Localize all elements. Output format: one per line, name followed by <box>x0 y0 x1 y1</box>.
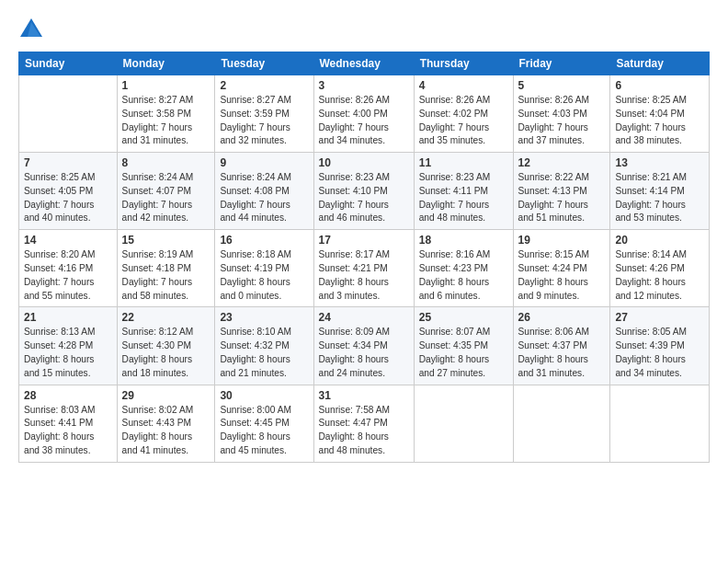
calendar-cell: 24Sunrise: 8:09 AMSunset: 4:34 PMDayligh… <box>313 307 414 385</box>
day-info: Sunrise: 8:20 AMSunset: 4:16 PMDaylight:… <box>24 248 112 303</box>
day-info: Sunrise: 8:06 AMSunset: 4:37 PMDaylight:… <box>518 326 606 380</box>
calendar-cell: 16Sunrise: 8:18 AMSunset: 4:19 PMDayligh… <box>215 230 313 307</box>
day-info: Sunrise: 8:16 AMSunset: 4:23 PMDaylight:… <box>419 248 508 303</box>
calendar-cell <box>19 75 118 153</box>
calendar-header: SundayMondayTuesdayWednesdayThursdayFrid… <box>19 52 710 75</box>
calendar-body: 1Sunrise: 8:27 AMSunset: 3:58 PMDaylight… <box>19 75 710 463</box>
day-number: 6 <box>615 79 704 92</box>
weekday-saturday: Saturday <box>610 52 710 75</box>
day-number: 21 <box>24 311 112 324</box>
calendar-cell: 25Sunrise: 8:07 AMSunset: 4:35 PMDayligh… <box>414 307 513 385</box>
day-info: Sunrise: 8:25 AMSunset: 4:04 PMDaylight:… <box>615 94 704 148</box>
week-row-4: 21Sunrise: 8:13 AMSunset: 4:28 PMDayligh… <box>19 307 710 385</box>
week-row-1: 1Sunrise: 8:27 AMSunset: 3:58 PMDaylight… <box>19 75 710 153</box>
day-number: 30 <box>220 389 308 402</box>
day-number: 7 <box>24 156 112 169</box>
weekday-friday: Friday <box>513 52 610 75</box>
calendar-cell: 6Sunrise: 8:25 AMSunset: 4:04 PMDaylight… <box>610 75 710 153</box>
calendar-cell: 3Sunrise: 8:26 AMSunset: 4:00 PMDaylight… <box>313 75 414 153</box>
weekday-thursday: Thursday <box>414 52 513 75</box>
day-info: Sunrise: 8:23 AMSunset: 4:10 PMDaylight:… <box>319 171 409 225</box>
day-info: Sunrise: 8:26 AMSunset: 4:03 PMDaylight:… <box>518 94 606 148</box>
calendar-cell: 30Sunrise: 8:00 AMSunset: 4:45 PMDayligh… <box>215 385 313 462</box>
day-number: 2 <box>220 79 308 92</box>
day-info: Sunrise: 8:21 AMSunset: 4:14 PMDaylight:… <box>615 171 704 225</box>
day-number: 14 <box>24 234 112 247</box>
day-number: 3 <box>319 79 409 92</box>
calendar-cell: 29Sunrise: 8:02 AMSunset: 4:43 PMDayligh… <box>117 385 215 462</box>
calendar-cell: 14Sunrise: 8:20 AMSunset: 4:16 PMDayligh… <box>19 230 118 307</box>
calendar-cell: 27Sunrise: 8:05 AMSunset: 4:39 PMDayligh… <box>610 307 710 385</box>
day-number: 10 <box>319 156 409 169</box>
day-number: 29 <box>122 389 210 402</box>
day-info: Sunrise: 8:14 AMSunset: 4:26 PMDaylight:… <box>615 248 704 303</box>
day-info: Sunrise: 8:02 AMSunset: 4:43 PMDaylight:… <box>122 404 210 458</box>
day-number: 22 <box>122 311 210 324</box>
day-info: Sunrise: 8:10 AMSunset: 4:32 PMDaylight:… <box>220 326 308 380</box>
day-number: 13 <box>615 156 704 169</box>
day-number: 26 <box>518 311 606 324</box>
day-info: Sunrise: 8:19 AMSunset: 4:18 PMDaylight:… <box>122 248 210 303</box>
day-info: Sunrise: 8:12 AMSunset: 4:30 PMDaylight:… <box>122 326 210 380</box>
day-number: 23 <box>220 311 308 324</box>
day-number: 9 <box>220 156 308 169</box>
day-info: Sunrise: 8:26 AMSunset: 4:02 PMDaylight:… <box>419 94 508 148</box>
day-number: 18 <box>419 234 508 247</box>
day-info: Sunrise: 8:03 AMSunset: 4:41 PMDaylight:… <box>24 404 112 458</box>
day-number: 12 <box>518 156 606 169</box>
day-info: Sunrise: 8:18 AMSunset: 4:19 PMDaylight:… <box>220 248 308 303</box>
day-info: Sunrise: 8:27 AMSunset: 3:59 PMDaylight:… <box>220 94 308 148</box>
day-info: Sunrise: 8:22 AMSunset: 4:13 PMDaylight:… <box>518 171 606 225</box>
calendar-cell: 4Sunrise: 8:26 AMSunset: 4:02 PMDaylight… <box>414 75 513 153</box>
day-number: 8 <box>122 156 210 169</box>
calendar-cell: 26Sunrise: 8:06 AMSunset: 4:37 PMDayligh… <box>513 307 610 385</box>
calendar-cell: 28Sunrise: 8:03 AMSunset: 4:41 PMDayligh… <box>19 385 118 462</box>
day-number: 20 <box>615 234 704 247</box>
day-info: Sunrise: 8:17 AMSunset: 4:21 PMDaylight:… <box>319 248 409 303</box>
calendar-cell: 1Sunrise: 8:27 AMSunset: 3:58 PMDaylight… <box>117 75 215 153</box>
day-info: Sunrise: 8:05 AMSunset: 4:39 PMDaylight:… <box>615 326 704 380</box>
day-info: Sunrise: 8:00 AMSunset: 4:45 PMDaylight:… <box>220 404 308 458</box>
day-number: 11 <box>419 156 508 169</box>
day-info: Sunrise: 8:25 AMSunset: 4:05 PMDaylight:… <box>24 171 112 225</box>
day-number: 15 <box>122 234 210 247</box>
calendar-cell: 5Sunrise: 8:26 AMSunset: 4:03 PMDaylight… <box>513 75 610 153</box>
logo-icon <box>18 17 44 42</box>
calendar-cell: 7Sunrise: 8:25 AMSunset: 4:05 PMDaylight… <box>19 153 118 230</box>
day-info: Sunrise: 8:23 AMSunset: 4:11 PMDaylight:… <box>419 171 508 225</box>
day-info: Sunrise: 8:13 AMSunset: 4:28 PMDaylight:… <box>24 326 112 380</box>
day-number: 27 <box>615 311 704 324</box>
day-info: Sunrise: 8:24 AMSunset: 4:08 PMDaylight:… <box>220 171 308 225</box>
page: SundayMondayTuesdayWednesdayThursdayFrid… <box>0 0 728 563</box>
weekday-wednesday: Wednesday <box>313 52 414 75</box>
day-number: 1 <box>122 79 210 92</box>
day-number: 4 <box>419 79 508 92</box>
day-info: Sunrise: 8:07 AMSunset: 4:35 PMDaylight:… <box>419 326 508 380</box>
calendar-cell: 9Sunrise: 8:24 AMSunset: 4:08 PMDaylight… <box>215 153 313 230</box>
day-info: Sunrise: 8:24 AMSunset: 4:07 PMDaylight:… <box>122 171 210 225</box>
calendar-cell: 19Sunrise: 8:15 AMSunset: 4:24 PMDayligh… <box>513 230 610 307</box>
calendar-cell <box>610 385 710 462</box>
day-info: Sunrise: 8:09 AMSunset: 4:34 PMDaylight:… <box>319 326 409 380</box>
calendar-cell: 2Sunrise: 8:27 AMSunset: 3:59 PMDaylight… <box>215 75 313 153</box>
weekday-row: SundayMondayTuesdayWednesdayThursdayFrid… <box>19 52 710 75</box>
day-number: 16 <box>220 234 308 247</box>
calendar-cell: 17Sunrise: 8:17 AMSunset: 4:21 PMDayligh… <box>313 230 414 307</box>
day-number: 24 <box>319 311 409 324</box>
weekday-tuesday: Tuesday <box>215 52 313 75</box>
day-number: 25 <box>419 311 508 324</box>
day-number: 5 <box>518 79 606 92</box>
calendar-cell: 8Sunrise: 8:24 AMSunset: 4:07 PMDaylight… <box>117 153 215 230</box>
calendar-cell: 18Sunrise: 8:16 AMSunset: 4:23 PMDayligh… <box>414 230 513 307</box>
day-info: Sunrise: 7:58 AMSunset: 4:47 PMDaylight:… <box>319 404 409 458</box>
day-number: 19 <box>518 234 606 247</box>
week-row-2: 7Sunrise: 8:25 AMSunset: 4:05 PMDaylight… <box>19 153 710 230</box>
calendar-cell <box>414 385 513 462</box>
day-number: 31 <box>319 389 409 402</box>
calendar-cell: 20Sunrise: 8:14 AMSunset: 4:26 PMDayligh… <box>610 230 710 307</box>
calendar-cell: 21Sunrise: 8:13 AMSunset: 4:28 PMDayligh… <box>19 307 118 385</box>
calendar-cell: 10Sunrise: 8:23 AMSunset: 4:10 PMDayligh… <box>313 153 414 230</box>
weekday-sunday: Sunday <box>19 52 118 75</box>
calendar-cell: 15Sunrise: 8:19 AMSunset: 4:18 PMDayligh… <box>117 230 215 307</box>
week-row-5: 28Sunrise: 8:03 AMSunset: 4:41 PMDayligh… <box>19 385 710 462</box>
